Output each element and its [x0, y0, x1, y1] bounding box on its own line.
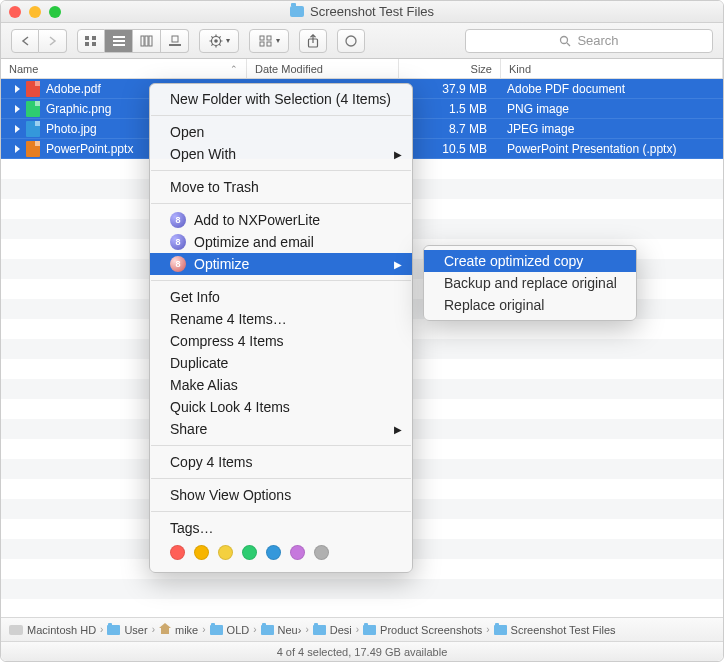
- menu-tags[interactable]: Tags…: [150, 517, 412, 539]
- menu-share[interactable]: Share▶: [150, 418, 412, 440]
- path-label: Neu›: [278, 624, 302, 636]
- svg-rect-24: [260, 42, 264, 46]
- path-icon: [159, 624, 171, 636]
- path-segment[interactable]: User: [107, 624, 147, 636]
- chevron-right-icon: ›: [253, 624, 256, 635]
- menu-new-folder[interactable]: New Folder with Selection (4 Items): [150, 88, 412, 110]
- nxpowerlite-icon: 8: [170, 212, 186, 228]
- file-kind: PNG image: [501, 102, 723, 116]
- svg-rect-5: [113, 40, 125, 42]
- svg-rect-8: [145, 36, 148, 46]
- search-icon: [559, 35, 571, 47]
- path-segment[interactable]: Macintosh HD: [9, 624, 96, 636]
- svg-rect-10: [172, 36, 178, 42]
- column-date[interactable]: Date Modified: [247, 59, 399, 78]
- file-size: 1.5 MB: [399, 102, 501, 116]
- path-label: Screenshot Test Files: [511, 624, 616, 636]
- column-size[interactable]: Size: [399, 59, 501, 78]
- tag-color-dot[interactable]: [266, 545, 281, 560]
- tag-color-dot[interactable]: [242, 545, 257, 560]
- svg-point-27: [346, 36, 356, 46]
- file-icon: [26, 81, 40, 97]
- menu-make-alias[interactable]: Make Alias: [150, 374, 412, 396]
- forward-button[interactable]: [39, 29, 67, 53]
- arrange-menu-button[interactable]: ▾: [249, 29, 289, 53]
- sort-indicator-icon: ⌃: [230, 64, 238, 74]
- column-view-button[interactable]: [133, 29, 161, 53]
- menu-optimize-and-email[interactable]: 8Optimize and email: [150, 231, 412, 253]
- path-icon: [9, 625, 23, 635]
- file-name: Adobe.pdf: [46, 82, 101, 96]
- path-icon: [363, 625, 376, 635]
- tag-color-dot[interactable]: [218, 545, 233, 560]
- folder-icon: [290, 6, 304, 17]
- submenu-replace[interactable]: Replace original: [424, 294, 636, 316]
- nav-buttons: [11, 29, 67, 53]
- path-label: User: [124, 624, 147, 636]
- tags-button[interactable]: [337, 29, 365, 53]
- coverflow-view-button[interactable]: [161, 29, 189, 53]
- svg-rect-6: [113, 44, 125, 46]
- menu-open-with[interactable]: Open With▶: [150, 143, 412, 165]
- tag-color-dot[interactable]: [290, 545, 305, 560]
- chevron-right-icon: ›: [202, 624, 205, 635]
- svg-line-29: [567, 43, 570, 46]
- column-name[interactable]: Name⌃: [1, 59, 247, 78]
- file-name: PowerPoint.pptx: [46, 142, 133, 156]
- submenu-backup-replace[interactable]: Backup and replace original: [424, 272, 636, 294]
- menu-add-to-nxpowerlite[interactable]: 8Add to NXPowerLite: [150, 209, 412, 231]
- path-segment[interactable]: Product Screenshots: [363, 624, 482, 636]
- submenu-create-copy[interactable]: Create optimized copy: [424, 250, 636, 272]
- path-segment[interactable]: OLD: [210, 624, 250, 636]
- menu-open[interactable]: Open: [150, 121, 412, 143]
- file-icon: [26, 141, 40, 157]
- path-label: OLD: [227, 624, 250, 636]
- disclosure-triangle-icon: [15, 145, 20, 153]
- menu-view-options[interactable]: Show View Options: [150, 484, 412, 506]
- path-icon: [261, 625, 274, 635]
- icon-view-button[interactable]: [77, 29, 105, 53]
- chevron-right-icon: ›: [152, 624, 155, 635]
- menu-optimize[interactable]: 8Optimize▶: [150, 253, 412, 275]
- menu-rename[interactable]: Rename 4 Items…: [150, 308, 412, 330]
- path-label: Desi: [330, 624, 352, 636]
- path-segment[interactable]: Screenshot Test Files: [494, 624, 616, 636]
- column-headers: Name⌃ Date Modified Size Kind: [1, 59, 723, 79]
- svg-point-28: [561, 36, 568, 43]
- menu-quick-look[interactable]: Quick Look 4 Items: [150, 396, 412, 418]
- svg-rect-22: [260, 36, 264, 40]
- menu-move-to-trash[interactable]: Move to Trash: [150, 176, 412, 198]
- svg-rect-11: [169, 44, 181, 46]
- file-kind: PowerPoint Presentation (.pptx): [501, 142, 723, 156]
- titlebar: Screenshot Test Files: [1, 1, 723, 23]
- svg-rect-1: [92, 36, 96, 40]
- action-menu-button[interactable]: ▾: [199, 29, 239, 53]
- svg-line-20: [211, 44, 212, 45]
- path-segment[interactable]: mike: [159, 624, 198, 636]
- tag-color-dot[interactable]: [314, 545, 329, 560]
- status-text: 4 of 4 selected, 17.49 GB available: [277, 646, 448, 658]
- column-kind[interactable]: Kind: [501, 59, 723, 78]
- zoom-window-button[interactable]: [49, 6, 61, 18]
- toolbar: ▾ ▾ Search: [1, 23, 723, 59]
- menu-compress[interactable]: Compress 4 Items: [150, 330, 412, 352]
- close-window-button[interactable]: [9, 6, 21, 18]
- list-view-button[interactable]: [105, 29, 133, 53]
- share-button[interactable]: [299, 29, 327, 53]
- tag-color-dot[interactable]: [170, 545, 185, 560]
- disclosure-triangle-icon: [15, 125, 20, 133]
- disclosure-triangle-icon: [15, 85, 20, 93]
- disclosure-triangle-icon: [15, 105, 20, 113]
- file-icon: [26, 121, 40, 137]
- path-segment[interactable]: Neu›: [261, 624, 302, 636]
- tag-color-dot[interactable]: [194, 545, 209, 560]
- file-kind: JPEG image: [501, 122, 723, 136]
- menu-copy[interactable]: Copy 4 Items: [150, 451, 412, 473]
- menu-duplicate[interactable]: Duplicate: [150, 352, 412, 374]
- menu-get-info[interactable]: Get Info: [150, 286, 412, 308]
- path-segment[interactable]: Desi: [313, 624, 352, 636]
- back-button[interactable]: [11, 29, 39, 53]
- minimize-window-button[interactable]: [29, 6, 41, 18]
- search-field[interactable]: Search: [465, 29, 713, 53]
- svg-rect-4: [113, 36, 125, 38]
